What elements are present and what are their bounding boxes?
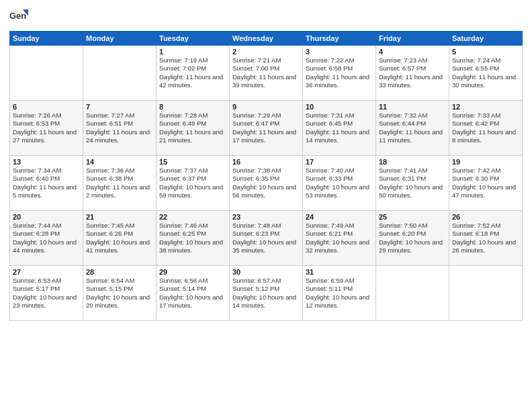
day-number: 19 [452, 158, 519, 166]
col-header-wednesday: Wednesday [230, 32, 303, 46]
col-header-monday: Monday [83, 32, 157, 46]
day-info: Sunrise: 6:56 AM [159, 277, 226, 285]
day-cell: 2Sunrise: 7:21 AMSunset: 7:00 PMDaylight… [230, 46, 303, 101]
day-info: Sunset: 6:28 PM [13, 230, 80, 238]
day-info: Sunset: 6:51 PM [86, 120, 153, 128]
day-number: 29 [159, 268, 226, 276]
day-number: 27 [13, 268, 80, 276]
day-info: Sunrise: 7:40 AM [306, 167, 373, 175]
day-cell: 21Sunrise: 7:45 AMSunset: 6:26 PMDayligh… [83, 211, 157, 266]
day-info: Sunrise: 7:34 AM [13, 167, 80, 175]
day-cell: 7Sunrise: 7:27 AMSunset: 6:51 PMDaylight… [83, 101, 157, 156]
day-number: 5 [452, 48, 519, 56]
week-row-1: 1Sunrise: 7:19 AMSunset: 7:02 PMDaylight… [10, 46, 523, 101]
day-info: Sunset: 5:15 PM [86, 285, 153, 293]
day-info: Sunset: 6:23 PM [232, 230, 300, 238]
day-cell: 9Sunrise: 7:29 AMSunset: 6:47 PMDaylight… [230, 101, 303, 156]
day-info: Daylight: 11 hours and 24 minutes. [86, 128, 153, 145]
day-info: Daylight: 10 hours and 44 minutes. [13, 238, 80, 255]
day-info: Sunrise: 7:19 AM [159, 56, 226, 64]
day-info: Sunset: 6:42 PM [452, 120, 519, 128]
day-info: Sunrise: 6:57 AM [232, 277, 300, 285]
day-info: Sunrise: 7:36 AM [86, 167, 153, 175]
day-cell: 18Sunrise: 7:41 AMSunset: 6:31 PMDayligh… [376, 156, 449, 211]
day-number: 25 [379, 213, 446, 221]
day-info: Daylight: 10 hours and 26 minutes. [452, 238, 519, 255]
day-info: Sunrise: 7:46 AM [159, 222, 226, 230]
col-header-thursday: Thursday [303, 32, 376, 46]
day-info: Daylight: 11 hours and 30 minutes. [452, 73, 519, 90]
day-number: 14 [86, 158, 153, 166]
day-cell: 17Sunrise: 7:40 AMSunset: 6:33 PMDayligh… [303, 156, 376, 211]
day-number: 24 [306, 213, 373, 221]
day-info: Daylight: 11 hours and 17 minutes. [232, 128, 300, 145]
day-info: Sunrise: 7:52 AM [452, 222, 519, 230]
day-info: Daylight: 10 hours and 12 minutes. [306, 293, 373, 310]
day-info: Sunset: 6:35 PM [232, 175, 300, 183]
day-cell: 19Sunrise: 7:42 AMSunset: 6:30 PMDayligh… [449, 156, 523, 211]
day-info: Daylight: 11 hours and 42 minutes. [159, 73, 226, 90]
day-info: Sunset: 6:21 PM [306, 230, 373, 238]
day-info: Daylight: 11 hours and 2 minutes. [86, 183, 153, 200]
col-header-saturday: Saturday [449, 32, 523, 46]
day-info: Sunset: 6:37 PM [159, 175, 226, 183]
week-row-5: 27Sunrise: 6:53 AMSunset: 5:17 PMDayligh… [10, 266, 523, 321]
day-info: Sunset: 6:26 PM [86, 230, 153, 238]
day-cell: 23Sunrise: 7:48 AMSunset: 6:23 PMDayligh… [230, 211, 303, 266]
day-info: Sunrise: 7:23 AM [379, 56, 446, 64]
week-row-2: 6Sunrise: 7:26 AMSunset: 6:53 PMDaylight… [10, 101, 523, 156]
day-info: Sunrise: 7:22 AM [306, 56, 373, 64]
day-number: 22 [159, 213, 226, 221]
day-info: Sunrise: 7:28 AM [159, 111, 226, 120]
day-info: Sunrise: 7:48 AM [232, 222, 300, 230]
day-info: Sunrise: 7:33 AM [452, 111, 519, 120]
day-cell: 5Sunrise: 7:24 AMSunset: 6:55 PMDaylight… [449, 46, 523, 101]
day-cell: 8Sunrise: 7:28 AMSunset: 6:49 PMDaylight… [157, 101, 230, 156]
day-info: Sunrise: 6:53 AM [13, 277, 80, 285]
day-info: Daylight: 10 hours and 38 minutes. [159, 238, 226, 255]
day-info: Daylight: 11 hours and 33 minutes. [379, 73, 446, 90]
day-info: Daylight: 10 hours and 14 minutes. [232, 293, 300, 310]
day-number: 31 [306, 268, 373, 276]
day-info: Daylight: 11 hours and 5 minutes. [13, 183, 80, 200]
day-cell: 11Sunrise: 7:32 AMSunset: 6:44 PMDayligh… [376, 101, 449, 156]
day-number: 15 [159, 158, 226, 166]
day-number: 16 [232, 158, 300, 166]
day-number: 20 [13, 213, 80, 221]
day-info: Sunrise: 7:29 AM [232, 111, 300, 120]
day-cell: 26Sunrise: 7:52 AMSunset: 6:18 PMDayligh… [449, 211, 523, 266]
day-number: 4 [379, 48, 446, 56]
day-number: 10 [306, 103, 373, 111]
day-info: Sunrise: 7:38 AM [232, 167, 300, 175]
week-row-4: 20Sunrise: 7:44 AMSunset: 6:28 PMDayligh… [10, 211, 523, 266]
day-info: Sunrise: 7:31 AM [306, 111, 373, 120]
week-row-3: 13Sunrise: 7:34 AMSunset: 6:40 PMDayligh… [10, 156, 523, 211]
day-info: Sunset: 5:12 PM [232, 285, 300, 293]
day-cell: 30Sunrise: 6:57 AMSunset: 5:12 PMDayligh… [230, 266, 303, 321]
day-info: Daylight: 11 hours and 39 minutes. [232, 73, 300, 90]
day-cell [83, 46, 157, 101]
day-info: Daylight: 11 hours and 21 minutes. [159, 128, 226, 145]
day-cell: 22Sunrise: 7:46 AMSunset: 6:25 PMDayligh… [157, 211, 230, 266]
svg-text:Gen: Gen [9, 11, 26, 21]
day-cell: 20Sunrise: 7:44 AMSunset: 6:28 PMDayligh… [10, 211, 83, 266]
day-number: 13 [13, 158, 80, 166]
day-info: Daylight: 11 hours and 36 minutes. [306, 73, 373, 90]
day-info: Sunset: 6:58 PM [306, 64, 373, 73]
day-info: Sunset: 6:31 PM [379, 175, 446, 183]
day-cell [10, 46, 83, 101]
day-cell: 14Sunrise: 7:36 AMSunset: 6:38 PMDayligh… [83, 156, 157, 211]
day-cell: 29Sunrise: 6:56 AMSunset: 5:14 PMDayligh… [157, 266, 230, 321]
day-number: 8 [159, 103, 226, 111]
day-cell [376, 266, 449, 321]
day-number: 17 [306, 158, 373, 166]
day-info: Sunset: 6:53 PM [13, 120, 80, 128]
day-cell: 10Sunrise: 7:31 AMSunset: 6:45 PMDayligh… [303, 101, 376, 156]
day-info: Sunrise: 7:45 AM [86, 222, 153, 230]
day-info: Sunrise: 7:24 AM [452, 56, 519, 64]
day-info: Daylight: 10 hours and 47 minutes. [452, 183, 519, 200]
day-info: Sunrise: 7:21 AM [232, 56, 300, 64]
day-cell: 6Sunrise: 7:26 AMSunset: 6:53 PMDaylight… [10, 101, 83, 156]
calendar-table: SundayMondayTuesdayWednesdayThursdayFrid… [9, 31, 523, 321]
day-info: Sunrise: 6:59 AM [306, 277, 373, 285]
